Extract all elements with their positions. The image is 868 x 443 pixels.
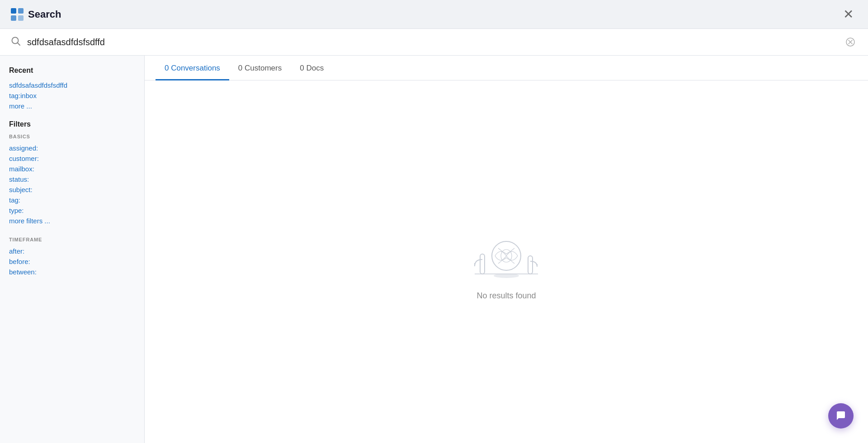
svg-rect-1 bbox=[18, 8, 24, 14]
basics-label: BASICS bbox=[9, 134, 135, 139]
chat-button[interactable] bbox=[828, 403, 854, 429]
search-modal: Search ✕ Recent sdfdsafasdfdsfsdffd tag:… bbox=[0, 0, 868, 443]
search-input[interactable] bbox=[27, 37, 837, 47]
header-title: Search bbox=[28, 9, 61, 20]
svg-rect-12 bbox=[528, 256, 533, 274]
filter-mailbox[interactable]: mailbox: bbox=[9, 164, 135, 174]
svg-rect-0 bbox=[11, 8, 16, 14]
filter-tag[interactable]: tag: bbox=[9, 195, 135, 205]
filter-after[interactable]: after: bbox=[9, 246, 135, 256]
filters-title: Filters bbox=[9, 120, 135, 128]
more-filters-link[interactable]: more filters ... bbox=[9, 216, 135, 226]
filter-type[interactable]: type: bbox=[9, 205, 135, 216]
more-recent-link[interactable]: more ... bbox=[9, 101, 135, 111]
tabs-bar: 0 Conversations 0 Customers 0 Docs bbox=[145, 56, 868, 80]
tab-customers[interactable]: 0 Customers bbox=[229, 56, 291, 80]
svg-rect-3 bbox=[18, 15, 24, 21]
filter-before[interactable]: before: bbox=[9, 256, 135, 267]
filter-status[interactable]: status: bbox=[9, 174, 135, 184]
empty-illustration bbox=[466, 223, 547, 282]
filter-assigned[interactable]: assigned: bbox=[9, 143, 135, 153]
header-bar: Search ✕ bbox=[0, 0, 868, 29]
recent-title: Recent bbox=[9, 66, 135, 75]
logo-icon bbox=[11, 8, 24, 21]
header-logo: Search bbox=[11, 8, 61, 21]
svg-line-5 bbox=[18, 42, 20, 45]
svg-rect-10 bbox=[480, 254, 485, 274]
empty-message: No results found bbox=[476, 291, 536, 301]
search-icon bbox=[11, 36, 21, 48]
clear-search-button[interactable] bbox=[844, 35, 857, 49]
body: Recent sdfdsafasdfdsfsdffd tag:inbox mor… bbox=[0, 56, 868, 443]
recent-item-0[interactable]: sdfdsafasdfdsfsdffd bbox=[9, 80, 135, 90]
filter-customer[interactable]: customer: bbox=[9, 153, 135, 164]
svg-point-16 bbox=[494, 273, 519, 278]
empty-state: No results found bbox=[145, 80, 868, 443]
main-content: 0 Conversations 0 Customers 0 Docs bbox=[145, 56, 868, 443]
close-button[interactable]: ✕ bbox=[840, 6, 857, 23]
sidebar: Recent sdfdsafasdfdsfsdffd tag:inbox mor… bbox=[0, 56, 145, 443]
search-bar bbox=[0, 29, 868, 56]
tab-docs[interactable]: 0 Docs bbox=[291, 56, 333, 80]
recent-item-1[interactable]: tag:inbox bbox=[9, 90, 135, 101]
tab-conversations[interactable]: 0 Conversations bbox=[156, 56, 229, 80]
svg-rect-2 bbox=[11, 15, 16, 21]
filter-subject[interactable]: subject: bbox=[9, 184, 135, 195]
filter-between[interactable]: between: bbox=[9, 267, 135, 277]
timeframe-label: TIMEFRAME bbox=[9, 237, 135, 242]
